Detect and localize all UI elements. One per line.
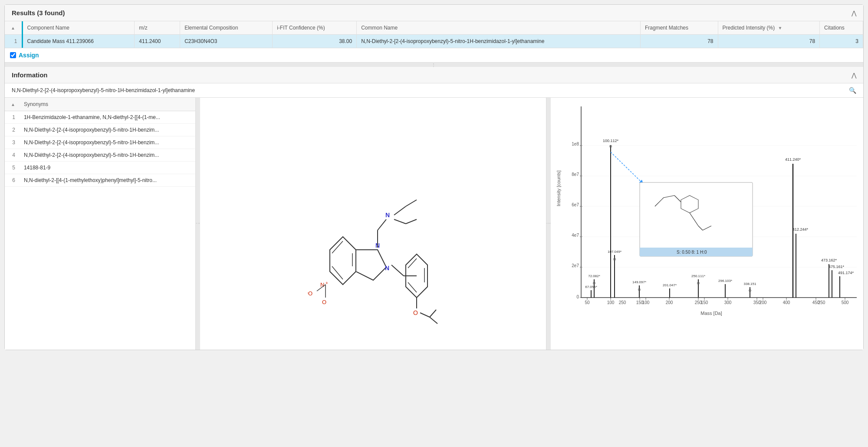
table-row[interactable]: 1 Candidate Mass 411.239066 411.2400 C23… — [5, 35, 863, 48]
svg-text:O: O — [322, 299, 326, 305]
row-citations: 3 — [820, 35, 863, 48]
svg-text:350: 350 — [753, 300, 761, 305]
svg-text:0: 0 — [576, 295, 579, 299]
svg-text:O: O — [413, 309, 418, 316]
synonym-text: N,N-Diethyl-2-[2-(4-isopropoxybenzyl)-5-… — [20, 136, 195, 149]
th-common-name[interactable]: Common Name — [357, 21, 641, 35]
svg-line-29 — [420, 313, 430, 317]
spectrum-chart: Intensity [counts] Mass [Da] 0 2e7 4e7 6… — [555, 102, 859, 328]
svg-text:201.047*: 201.047* — [663, 283, 677, 287]
svg-text:1e8: 1e8 — [572, 142, 579, 146]
list-item[interactable]: 3 N,N-Diethyl-2-[2-(4-isopropoxybenzyl)-… — [5, 136, 195, 149]
th-synonyms[interactable]: Synonyms — [20, 98, 195, 111]
svg-text:100.112*: 100.112* — [603, 139, 619, 143]
synonym-text: N,N-diethyl-2-[[4-(1-methylethoxy)phenyl… — [20, 174, 195, 187]
svg-text:475.161*: 475.161* — [829, 265, 845, 269]
row-num-1: 1 — [5, 35, 22, 48]
synonym-text: N,N-Diéthyl-2-[2-(4-isopropoxybenzyl)-5-… — [20, 149, 195, 162]
row-component-name: Candidate Mass 411.239066 — [22, 35, 135, 48]
results-panel-header: Results (3 found) ⋀ — [5, 5, 863, 21]
svg-text:412.244*: 412.244* — [792, 227, 809, 232]
list-item[interactable]: 4 N,N-Diéthyl-2-[2-(4-isopropoxybenzyl)-… — [5, 149, 195, 162]
svg-text:⚙: ⚙ — [592, 281, 596, 285]
panel-divider[interactable]: ⋮ — [5, 63, 863, 67]
search-icon[interactable]: 🔍 — [849, 87, 856, 94]
svg-text:6e7: 6e7 — [572, 202, 579, 207]
list-item[interactable]: 5 14188-81-9 — [5, 162, 195, 174]
svg-line-25 — [408, 282, 417, 292]
svg-text:Intensity [counts]: Intensity [counts] — [556, 170, 561, 206]
structure-panel: N N N + O - O N — [200, 98, 546, 350]
svg-text:⚙: ⚙ — [613, 257, 616, 262]
synonym-row-num: 4 — [5, 149, 20, 162]
svg-text:4e7: 4e7 — [572, 233, 579, 238]
svg-text:67.055*: 67.055* — [585, 285, 597, 289]
th-fragment-matches[interactable]: Fragment Matches — [640, 21, 718, 35]
svg-text:100: 100 — [607, 300, 615, 305]
results-table: ▲ Component Name m/z Elemental Compositi… — [5, 21, 863, 48]
info-panel-header: Information ⋀ — [5, 67, 863, 83]
row-ifit-confidence: 38.00 — [273, 35, 357, 48]
assign-label[interactable]: Assign — [19, 52, 39, 59]
resize-indicator-1: ⋮ — [196, 221, 201, 226]
results-title: Results (3 found) — [12, 9, 65, 17]
th-elemental-composition[interactable]: Elemental Composition — [180, 21, 273, 35]
svg-text:338.151: 338.151 — [744, 282, 756, 286]
svg-line-31 — [430, 317, 437, 324]
list-item[interactable]: 6 N,N-diethyl-2-[[4-(1-methylethoxy)phen… — [5, 174, 195, 187]
vertical-resize-2[interactable]: ⋮ — [546, 98, 551, 350]
results-collapse-icon[interactable]: ⋀ — [852, 10, 856, 17]
synonyms-panel: ▲ Synonyms 1 1H-Benzimidazole-1-ethanami… — [5, 98, 196, 350]
svg-text:⚙: ⚙ — [638, 288, 641, 292]
svg-text:450: 450 — [812, 300, 820, 305]
svg-text:300: 300 — [724, 300, 732, 305]
assign-checkbox[interactable] — [10, 52, 16, 58]
svg-text:+: + — [326, 281, 328, 285]
row-mz: 411.2400 — [135, 35, 180, 48]
svg-line-24 — [408, 258, 417, 268]
svg-line-19 — [394, 219, 406, 224]
sort-arrow-up: ▲ — [11, 26, 15, 30]
svg-text:N: N — [385, 265, 389, 272]
svg-line-18 — [406, 200, 417, 206]
synonyms-header-row: ▲ Synonyms — [5, 98, 195, 111]
sort-arrow-predicted-intensity: ▼ — [778, 26, 783, 30]
svg-text:50: 50 — [585, 300, 590, 305]
synonym-text: N,N-Diethyl-2-[2-(4-isopropoxybenzyl)-5-… — [20, 124, 195, 136]
th-component-name[interactable]: Component Name — [22, 21, 135, 35]
svg-text:250: 250 — [695, 300, 702, 305]
synonym-text: 14188-81-9 — [20, 162, 195, 174]
svg-text:⚙: ⚙ — [697, 281, 700, 285]
svg-line-21 — [391, 265, 404, 276]
list-item[interactable]: 2 N,N-Diethyl-2-[2-(4-isopropoxybenzyl)-… — [5, 124, 195, 136]
th-mz[interactable]: m/z — [135, 21, 180, 35]
spectrum-panel: Intensity [counts] Mass [Da] 0 2e7 4e7 6… — [551, 98, 863, 350]
svg-line-15 — [378, 219, 386, 230]
synonym-row-num: 3 — [5, 136, 20, 149]
info-collapse-icon[interactable]: ⋀ — [852, 72, 856, 79]
vertical-resize-1[interactable]: ⋮ — [196, 98, 200, 350]
synonym-row-num: 2 — [5, 124, 20, 136]
svg-text:-: - — [307, 291, 309, 295]
svg-line-1 — [332, 241, 343, 253]
synonym-row-num: 5 — [5, 162, 20, 174]
svg-text:200: 200 — [666, 300, 673, 305]
svg-text:S: 0.50 8: 1 H:0: S: 0.50 8: 1 H:0 — [677, 250, 707, 255]
svg-line-115 — [611, 152, 642, 182]
svg-text:411.240*: 411.240* — [785, 157, 801, 162]
svg-text:149.097*: 149.097* — [632, 280, 646, 284]
th-citations[interactable]: Citations — [820, 21, 863, 35]
info-title: Information — [12, 71, 48, 79]
list-item[interactable]: 1 1H-Benzimidazole-1-ethanamine, N,N-die… — [5, 111, 195, 124]
row-common-name: N,N-Diethyl-2-[2-(4-isopropoxybenzyl)-5-… — [357, 35, 641, 48]
svg-text:491.174*: 491.174* — [838, 271, 854, 275]
svg-text:Mass [Da]: Mass [Da] — [700, 311, 722, 316]
divider-indicator: ⋮ — [431, 63, 437, 67]
th-ifit-confidence[interactable]: i-FIT Confidence (%) — [273, 21, 357, 35]
svg-text:107.049*: 107.049* — [608, 250, 621, 254]
svg-text:400: 400 — [783, 300, 790, 305]
th-predicted-intensity[interactable]: Predicted Intensity (%) ▼ — [718, 21, 820, 35]
info-content: ▲ Synonyms 1 1H-Benzimidazole-1-ethanami… — [5, 98, 863, 350]
molecule-structure: N N N + O - O N — [282, 115, 464, 332]
svg-text:N: N — [385, 212, 390, 219]
